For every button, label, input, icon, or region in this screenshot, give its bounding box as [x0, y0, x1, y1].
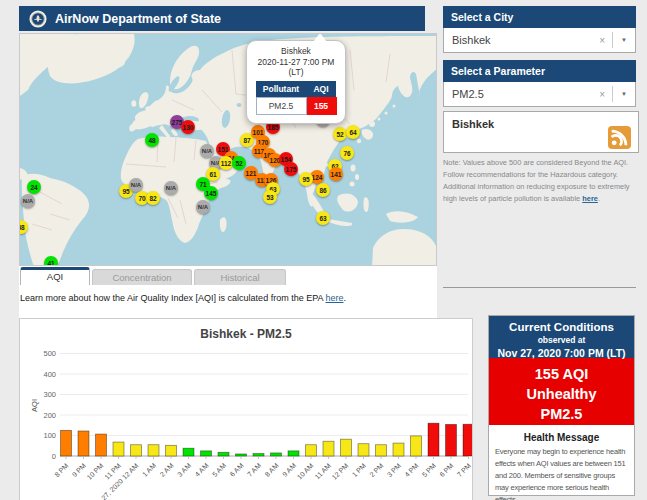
- svg-text:7 PM: 7 PM: [456, 462, 472, 479]
- svg-text:3 AM: 3 AM: [176, 462, 192, 478]
- city-select-value: Bishkek: [444, 34, 592, 46]
- svg-text:6 AM: 6 AM: [228, 462, 244, 478]
- svg-text:300: 300: [43, 390, 56, 399]
- parameter-dropdown-icon[interactable]: ▼: [613, 91, 635, 97]
- app-header: AirNow Department of State: [19, 6, 425, 31]
- aqi-marker[interactable]: N/A: [129, 178, 143, 192]
- tab-aqi[interactable]: AQI: [20, 267, 90, 285]
- observed-datetime: Nov 27, 2020 7:00 PM (LT): [491, 347, 632, 359]
- svg-text:1 PM: 1 PM: [351, 462, 368, 479]
- parameter-select[interactable]: PM2.5 × ▼: [443, 82, 636, 107]
- parameter-select-value: PM2.5: [444, 88, 592, 100]
- city-select[interactable]: Bishkek × ▼: [443, 28, 636, 53]
- airnow-page: AirNow Department of State: [0, 0, 647, 500]
- aqi-marker[interactable]: N/A: [164, 181, 178, 195]
- aqi-marker[interactable]: N/A: [21, 194, 35, 208]
- note-suffix: .: [598, 194, 600, 203]
- aqi-marker[interactable]: 48: [145, 133, 159, 147]
- select-city-header: Select a City: [443, 6, 636, 28]
- current-conditions-title: Current Conditions: [491, 321, 632, 333]
- aqi-marker[interactable]: 76: [340, 146, 354, 160]
- health-message-text: Everyone may begin to experience health …: [489, 443, 634, 500]
- svg-text:2 AM: 2 AM: [158, 462, 174, 478]
- svg-text:100: 100: [43, 431, 56, 440]
- note-body: Note: Values above 500 are considered Be…: [443, 158, 630, 203]
- map-popup: Bishkek 2020-11-27 7:00 PM (LT) Pollutan…: [246, 40, 346, 124]
- rss-box: Bishkek: [443, 111, 639, 153]
- svg-text:7 AM: 7 AM: [246, 462, 262, 478]
- aqi-marker[interactable]: 41: [44, 256, 58, 266]
- aqi-marker[interactable]: 86: [316, 183, 330, 197]
- select-parameter-header: Select a Parameter: [443, 60, 636, 82]
- learn-more-suffix: .: [344, 293, 347, 303]
- world-map[interactable]: 2751304887101185170117108120154175121115…: [19, 33, 437, 266]
- aqi-value-line: 155 AQI: [489, 364, 634, 384]
- learn-more-link[interactable]: here: [326, 293, 344, 303]
- dos-seal-icon: [29, 10, 47, 28]
- svg-text:1 AM: 1 AM: [141, 462, 157, 478]
- aqi-marker[interactable]: 112: [219, 156, 233, 170]
- current-conditions-header: Current Conditions observed at Nov 27, 2…: [489, 316, 634, 358]
- popup-aqi-value: 155: [306, 97, 336, 114]
- aqi-marker[interactable]: 130: [181, 120, 195, 134]
- learn-more-text: Learn more about how the Air Quality Ind…: [20, 293, 346, 303]
- chart-title: Bishkek - PM2.5: [20, 327, 472, 341]
- aqi-marker[interactable]: 24: [27, 180, 41, 194]
- popup-pollutant-value: PM2.5: [256, 97, 306, 114]
- aqi-marker[interactable]: 52: [333, 127, 347, 141]
- svg-text:8 AM: 8 AM: [263, 462, 279, 478]
- svg-text:4 AM: 4 AM: [193, 462, 209, 478]
- aqi-chart-panel: Bishkek - PM2.5 AQI 01002003004005008 PM…: [19, 318, 473, 500]
- popup-aqi-header: AQI: [306, 81, 336, 98]
- note-link[interactable]: here: [582, 194, 598, 203]
- learn-more-label: Learn more about how the Air Quality Ind…: [20, 293, 323, 303]
- aqi-marker[interactable]: 53: [263, 190, 277, 204]
- svg-text:10 PM: 10 PM: [85, 462, 104, 481]
- svg-text:3 PM: 3 PM: [386, 462, 403, 479]
- popup-timezone: (LT): [251, 67, 341, 78]
- chart-y-axis-label: AQI: [30, 399, 39, 412]
- aqi-marker[interactable]: 175: [284, 162, 298, 176]
- aqi-status-box: 155 AQI Unhealthy PM2.5: [489, 358, 634, 425]
- svg-text:12 PM: 12 PM: [330, 462, 349, 481]
- tab-concentration[interactable]: Concentration: [92, 269, 192, 285]
- svg-text:10 AM: 10 AM: [296, 462, 315, 481]
- aqi-marker[interactable]: 82: [146, 191, 160, 205]
- popup-city: Bishkek: [251, 46, 341, 57]
- aqi-marker[interactable]: N/A: [196, 200, 210, 214]
- aqi-category: Unhealthy: [489, 384, 634, 404]
- app-title: AirNow Department of State: [55, 12, 221, 26]
- health-message-title: Health Message: [489, 432, 634, 443]
- svg-text:2 PM: 2 PM: [368, 462, 385, 479]
- svg-text:200: 200: [43, 411, 56, 420]
- aqi-marker[interactable]: 141: [329, 167, 343, 181]
- parameter-clear-icon[interactable]: ×: [592, 89, 612, 100]
- city-dropdown-icon[interactable]: ▼: [613, 37, 635, 43]
- svg-text:500: 500: [43, 349, 56, 358]
- aqi-marker[interactable]: 52: [232, 156, 246, 170]
- svg-text:4 PM: 4 PM: [403, 462, 420, 479]
- observed-at-label: observed at: [491, 335, 632, 345]
- aqi-marker[interactable]: 145: [204, 186, 218, 200]
- city-clear-icon[interactable]: ×: [592, 35, 612, 46]
- svg-text:400: 400: [43, 370, 56, 379]
- aqi-pollutant: PM2.5: [489, 404, 634, 424]
- svg-text:5 PM: 5 PM: [421, 462, 438, 479]
- aqi-marker[interactable]: 64: [346, 125, 360, 139]
- popup-pollutant-header: Pollutant: [256, 81, 306, 98]
- svg-text:0: 0: [52, 452, 56, 461]
- bar-chart: 01002003004005008 PM9 PM10 PM11 PM27, 20…: [20, 319, 472, 500]
- svg-text:11 AM: 11 AM: [314, 462, 333, 481]
- current-conditions-panel: Current Conditions observed at Nov 27, 2…: [488, 315, 635, 496]
- svg-text:6 PM: 6 PM: [438, 462, 455, 479]
- sidebar-divider: [443, 287, 636, 288]
- popup-tail: [313, 33, 327, 42]
- rss-icon[interactable]: [608, 126, 631, 149]
- tab-strip: AQI Concentration Historical: [19, 266, 437, 318]
- note-text: Note: Values above 500 are considered Be…: [443, 157, 641, 205]
- tab-historical[interactable]: Historical: [194, 269, 286, 285]
- svg-text:8 PM: 8 PM: [53, 462, 70, 479]
- aqi-marker[interactable]: 63: [316, 211, 330, 225]
- aqi-marker[interactable]: 95: [299, 172, 313, 186]
- popup-table: Pollutant AQI PM2.5 155: [256, 81, 337, 115]
